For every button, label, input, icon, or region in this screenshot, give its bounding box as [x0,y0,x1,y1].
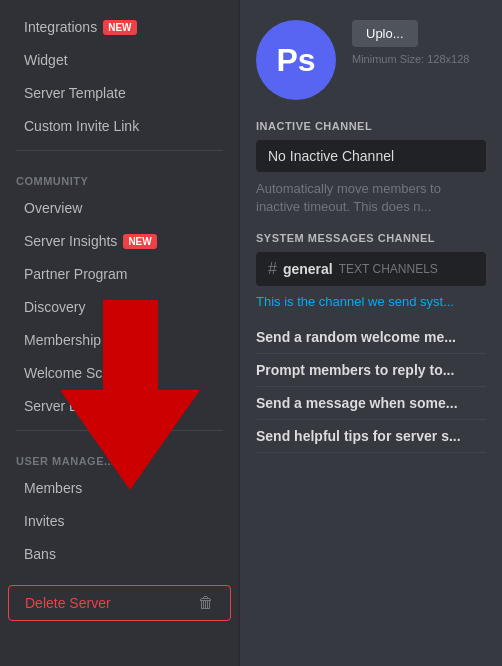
inactive-channel-desc: Automatically move members to inactive t… [256,180,486,216]
min-size-label: Minimum Size: 128x128 [352,53,469,65]
trash-icon: 🗑 [198,594,214,612]
sidebar-item-members[interactable]: Members [8,472,231,504]
avatar: Ps [256,20,336,100]
toggle-row-tips: Send helpful tips for server s... [256,420,486,453]
delete-server-label: Delete Server [25,595,111,611]
system-channel-name: general [283,261,333,277]
avatar-area: Ps Uplo... Minimum Size: 128x128 [256,20,486,100]
members-label: Members [24,480,82,496]
hash-icon: # [268,260,277,278]
sidebar-item-server-template[interactable]: Server Template [8,77,231,109]
toggle-tips-label: Send helpful tips for server s... [256,428,461,444]
system-channel-desc: This is the channel we send syst... [256,294,486,309]
widget-label: Widget [24,52,68,68]
toggle-welcome-label: Send a random welcome me... [256,329,456,345]
sidebar-item-server-insights[interactable]: Server Insights NEW [8,225,231,257]
community-section-label: COMMUNITY [0,159,239,191]
server-boost-label: Server Boost Sta... [24,398,142,414]
sidebar-item-partner-program[interactable]: Partner Program [8,258,231,290]
welcome-screen-label: Welcome Scree... [24,365,134,381]
sidebar: Integrations NEW Widget Server Template … [0,0,240,666]
system-channel-dropdown[interactable]: # general TEXT CHANNELS [256,252,486,286]
toggle-row-prompt: Prompt members to reply to... [256,354,486,387]
inactive-channel-value: No Inactive Channel [268,148,394,164]
partner-program-label: Partner Program [24,266,127,282]
sidebar-item-widget[interactable]: Widget [8,44,231,76]
server-insights-badge: NEW [123,234,156,249]
sidebar-item-discovery[interactable]: Discovery [8,291,231,323]
inactive-channel-label: INACTIVE CHANNEL [256,120,486,132]
divider-user-manage [16,430,223,431]
sidebar-item-server-boost[interactable]: Server Boost Sta... [8,390,231,422]
user-manage-section-label: USER MANAGE... [0,439,239,471]
server-insights-label: Server Insights [24,233,117,249]
sidebar-item-membership-screening[interactable]: Membership Sc... [8,324,231,356]
inactive-channel-dropdown[interactable]: No Inactive Channel [256,140,486,172]
toggle-boost-label: Send a message when some... [256,395,458,411]
system-messages-label: SYSTEM MESSAGES CHANNEL [256,232,486,244]
integrations-badge: NEW [103,20,136,35]
invites-label: Invites [24,513,64,529]
sidebar-item-delete-server[interactable]: Delete Server 🗑 [8,585,231,621]
toggle-row-boost: Send a message when some... [256,387,486,420]
toggle-prompt-label: Prompt members to reply to... [256,362,454,378]
toggle-row-welcome: Send a random welcome me... [256,321,486,354]
sidebar-item-invites[interactable]: Invites [8,505,231,537]
bans-label: Bans [24,546,56,562]
upload-button[interactable]: Uplo... [352,20,418,47]
sidebar-item-overview[interactable]: Overview [8,192,231,224]
discovery-label: Discovery [24,299,85,315]
membership-screening-label: Membership Sc... [24,332,133,348]
sidebar-item-welcome-screen[interactable]: Welcome Scree... [8,357,231,389]
overview-label: Overview [24,200,82,216]
system-channel-tag: TEXT CHANNELS [339,262,438,276]
sidebar-item-integrations[interactable]: Integrations NEW [8,11,231,43]
custom-invite-label: Custom Invite Link [24,118,139,134]
sidebar-item-bans[interactable]: Bans [8,538,231,570]
server-template-label: Server Template [24,85,126,101]
integrations-label: Integrations [24,19,97,35]
sidebar-item-custom-invite-link[interactable]: Custom Invite Link [8,110,231,142]
main-panel: Ps Uplo... Minimum Size: 128x128 INACTIV… [240,0,502,666]
avatar-upload-area: Uplo... Minimum Size: 128x128 [352,20,469,65]
divider-community [16,150,223,151]
